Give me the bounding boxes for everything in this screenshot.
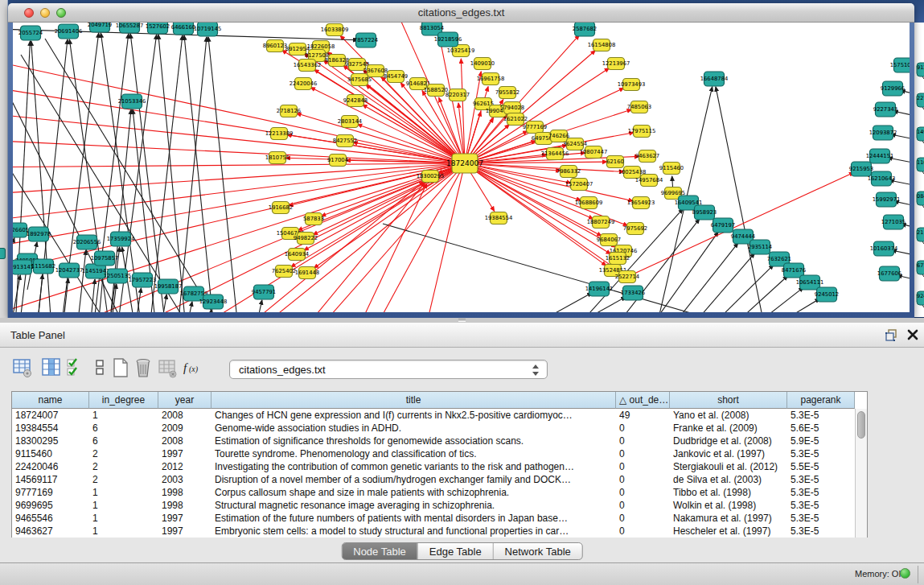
teal-node[interactable]	[77, 235, 97, 249]
yellow-node[interactable]	[299, 267, 316, 279]
yellow-node[interactable]	[342, 116, 359, 128]
scrollbar-thumb[interactable]	[857, 411, 865, 439]
close-panel-icon[interactable]	[906, 328, 919, 341]
teal-node[interactable]	[95, 251, 115, 266]
yellow-node[interactable]	[276, 266, 293, 278]
yellow-node[interactable]	[581, 197, 598, 209]
teal-node[interactable]	[880, 266, 900, 281]
yellow-node[interactable]	[428, 84, 445, 97]
partial-teal-node[interactable]	[917, 93, 924, 107]
yellow-node[interactable]	[547, 148, 564, 160]
column-header-short[interactable]: short	[670, 392, 787, 409]
yellow-node[interactable]	[610, 253, 626, 265]
network-canvas[interactable]: 8960123891295418226058812750816033809818…	[13, 23, 910, 312]
teal-node[interactable]	[90, 23, 110, 32]
yellow-node[interactable]	[634, 126, 651, 138]
column-header-title[interactable]: title	[211, 392, 616, 409]
table-row[interactable]: 946362711997Embryonic stem cells: a mode…	[12, 525, 855, 538]
yellow-node[interactable]	[295, 78, 312, 90]
teal-node[interactable]	[60, 263, 80, 278]
select-column-icon[interactable]	[42, 357, 61, 378]
column-header-out_de[interactable]: △ out_de…	[616, 392, 670, 409]
teal-node[interactable]	[623, 286, 643, 300]
teal-node[interactable]	[21, 26, 41, 40]
teal-node[interactable]	[13, 260, 32, 274]
yellow-node[interactable]	[571, 179, 588, 191]
table-settings-icon[interactable]	[13, 357, 32, 378]
teal-node[interactable]	[174, 23, 194, 35]
teal-node[interactable]	[876, 102, 896, 117]
teal-node[interactable]	[784, 263, 804, 278]
teal-node[interactable]	[750, 240, 770, 254]
yellow-node[interactable]	[349, 59, 366, 71]
table-row[interactable]: 1938455462009Genome-wide association stu…	[12, 422, 855, 435]
new-table-icon[interactable]	[111, 357, 130, 378]
yellow-node[interactable]	[499, 87, 516, 99]
yellow-node[interactable]	[627, 223, 644, 235]
teal-node[interactable]	[122, 94, 142, 109]
teal-node[interactable]	[873, 126, 893, 140]
teal-node[interactable]	[86, 264, 106, 278]
yellow-node[interactable]	[633, 197, 650, 209]
teal-node[interactable]	[575, 23, 595, 36]
yellow-node[interactable]	[483, 73, 499, 85]
teal-node[interactable]	[874, 241, 894, 256]
teal-node[interactable]	[34, 259, 54, 274]
row-height-icon[interactable]	[90, 357, 109, 378]
teal-node[interactable]	[695, 205, 715, 220]
yellow-node[interactable]	[641, 175, 658, 187]
float-panel-icon[interactable]	[885, 328, 898, 342]
teal-node[interactable]	[800, 275, 820, 290]
hub-node[interactable]	[452, 154, 478, 173]
yellow-node[interactable]	[504, 102, 521, 114]
teal-node[interactable]	[872, 171, 892, 186]
yellow-node[interactable]	[368, 65, 384, 77]
function-builder-icon[interactable]: f (x)	[182, 357, 206, 378]
teal-node[interactable]	[589, 282, 610, 296]
yellow-node[interactable]	[273, 202, 290, 214]
table-selector-dropdown[interactable]: citations_edges.txt	[229, 360, 548, 379]
teal-node[interactable]	[148, 23, 168, 34]
table-row[interactable]: 911546021997Tourette syndrome. Phenomeno…	[12, 447, 855, 460]
vertical-scrollbar[interactable]	[855, 409, 867, 538]
yellow-node[interactable]	[663, 163, 680, 175]
teal-node[interactable]	[870, 149, 890, 163]
teal-node[interactable]	[203, 295, 224, 309]
partial-teal-node[interactable]	[917, 127, 924, 141]
yellow-node[interactable]	[298, 233, 314, 245]
table-row[interactable]: 1456911722003Disruption of a novel membe…	[12, 473, 855, 486]
yellow-node[interactable]	[329, 55, 346, 67]
yellow-node[interactable]	[267, 40, 284, 52]
teal-node[interactable]	[817, 287, 837, 302]
table-row[interactable]: 1830029562008Estimation of significance …	[12, 435, 855, 447]
yellow-node[interactable]	[351, 74, 368, 86]
yellow-node[interactable]	[330, 154, 347, 167]
teal-node[interactable]	[158, 279, 179, 294]
teal-node[interactable]	[108, 269, 128, 283]
yellow-node[interactable]	[507, 113, 524, 126]
teal-node[interactable]	[198, 23, 218, 36]
teal-node[interactable]	[852, 162, 872, 176]
yellow-node[interactable]	[624, 167, 641, 179]
teal-node[interactable]	[883, 81, 903, 96]
yellow-node[interactable]	[326, 24, 343, 36]
teal-node[interactable]	[111, 232, 131, 246]
yellow-node[interactable]	[271, 128, 288, 140]
column-header-pagerank[interactable]: pagerank	[787, 392, 855, 409]
tab-node-table[interactable]: Node Table	[342, 543, 418, 559]
yellow-node[interactable]	[289, 249, 306, 261]
delete-table-icon[interactable]	[133, 357, 153, 378]
yellow-node[interactable]	[607, 156, 624, 168]
partial-teal-node[interactable]	[917, 192, 924, 205]
yellow-node[interactable]	[422, 171, 439, 183]
teal-node[interactable]	[894, 58, 910, 72]
yellow-node[interactable]	[474, 58, 491, 70]
column-header-name[interactable]: name	[12, 392, 89, 409]
column-header-year[interactable]: year	[158, 392, 211, 409]
yellow-node[interactable]	[269, 152, 286, 164]
yellow-node[interactable]	[282, 228, 299, 240]
table-row[interactable]: 1872400712008Changes of HCN gene express…	[12, 409, 855, 422]
column-header-in_degree[interactable]: in_degree	[89, 392, 158, 409]
yellow-node[interactable]	[593, 216, 610, 229]
yellow-node[interactable]	[567, 138, 584, 150]
